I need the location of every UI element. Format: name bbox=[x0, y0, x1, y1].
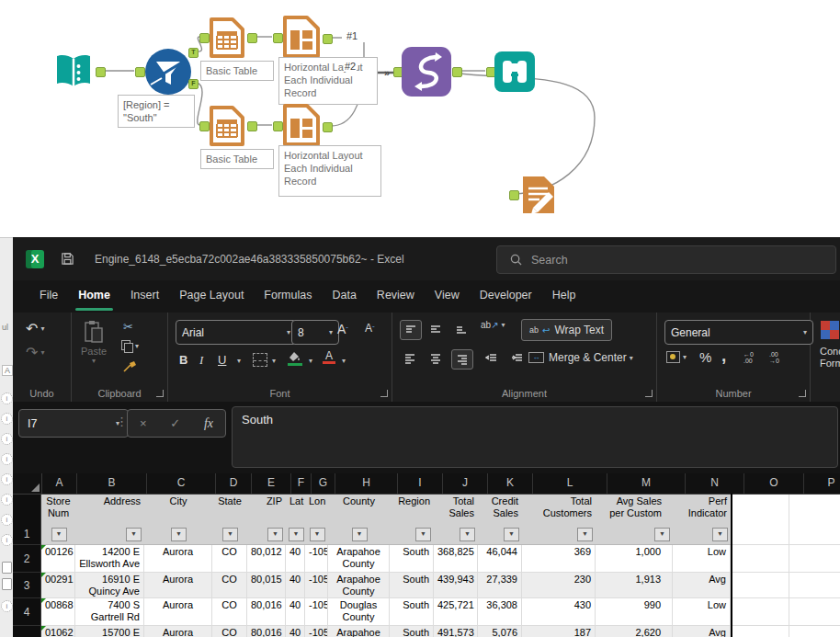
cell[interactable]: Arapahoe bbox=[328, 626, 390, 637]
column-header[interactable]: L bbox=[533, 473, 607, 494]
cell[interactable]: 14200 E Ellsworth Ave bbox=[75, 545, 144, 573]
cell[interactable]: 230 bbox=[522, 573, 596, 598]
cell[interactable]: 368,825 bbox=[434, 545, 478, 573]
cell[interactable]: 491,573 bbox=[434, 626, 478, 637]
cell[interactable]: 40 bbox=[286, 545, 305, 573]
output-anchor[interactable] bbox=[452, 67, 462, 77]
align-left-button[interactable] bbox=[400, 349, 420, 368]
format-painter-button[interactable] bbox=[123, 360, 137, 373]
wrap-text-button[interactable]: ab ↩ Wrap Text bbox=[521, 319, 612, 341]
filter-button[interactable]: ▼ bbox=[51, 528, 67, 541]
cell[interactable]: 2,620 bbox=[596, 626, 673, 637]
enter-button[interactable]: ✓ bbox=[170, 416, 180, 430]
increase-indent-button[interactable] bbox=[506, 349, 527, 368]
cell[interactable]: CO bbox=[212, 573, 247, 598]
column-header[interactable]: C bbox=[147, 473, 216, 494]
column-header[interactable]: B bbox=[77, 473, 147, 494]
cell[interactable] bbox=[731, 573, 789, 598]
column-header[interactable]: J bbox=[443, 473, 488, 494]
cell[interactable]: 80,016 bbox=[247, 598, 286, 626]
cut-button[interactable]: ✂ bbox=[123, 320, 133, 334]
cell[interactable]: Low bbox=[673, 598, 731, 626]
header-cell[interactable]: Total Sales▼ bbox=[434, 495, 478, 545]
align-right-button[interactable] bbox=[451, 349, 473, 370]
true-anchor[interactable]: T bbox=[188, 48, 199, 58]
cell[interactable]: Douglas County bbox=[328, 598, 390, 626]
copy-button[interactable]: ▾ bbox=[121, 340, 139, 352]
row-header[interactable]: 3 bbox=[13, 573, 41, 598]
cell[interactable]: 80,015 bbox=[247, 573, 286, 598]
column-header[interactable]: M bbox=[607, 473, 686, 494]
column-header[interactable]: A bbox=[42, 473, 77, 494]
output-anchor[interactable] bbox=[96, 67, 106, 77]
layout-tool-2[interactable] bbox=[281, 103, 322, 151]
cell[interactable]: 5,076 bbox=[478, 626, 522, 637]
row-header[interactable]: 1 bbox=[13, 495, 41, 545]
cell[interactable]: South bbox=[390, 545, 434, 573]
cell[interactable]: 16910 E Quincy Ave bbox=[75, 573, 144, 598]
column-header[interactable]: D bbox=[216, 473, 252, 494]
cell[interactable]: Aurora bbox=[144, 545, 212, 573]
dialog-launcher[interactable] bbox=[156, 390, 164, 397]
tab-insert[interactable]: Insert bbox=[120, 280, 169, 313]
cell[interactable]: Aurora bbox=[144, 626, 212, 637]
header-cell[interactable]: Total Customers▼ bbox=[522, 495, 596, 545]
search-box[interactable]: Search bbox=[496, 245, 836, 274]
false-anchor[interactable]: F bbox=[188, 79, 199, 89]
filter-button[interactable]: ▼ bbox=[712, 528, 728, 541]
header-cell[interactable]: County▼ bbox=[328, 495, 390, 545]
insert-function-button[interactable]: fx bbox=[204, 416, 213, 431]
cell[interactable]: 00868 bbox=[41, 598, 75, 626]
cell[interactable]: 80,016 bbox=[247, 626, 286, 637]
cell[interactable]: 15700 E bbox=[75, 626, 144, 637]
filter-button[interactable]: ▼ bbox=[415, 528, 431, 541]
layout-tool-1[interactable] bbox=[281, 15, 322, 63]
cell[interactable]: 40 bbox=[286, 598, 305, 626]
save-icon[interactable] bbox=[61, 252, 74, 266]
font-size-combo[interactable]: 8▾ bbox=[291, 320, 339, 345]
italic-button[interactable]: I bbox=[199, 353, 203, 368]
paste-button[interactable]: Paste ▾ bbox=[81, 320, 107, 365]
cell[interactable]: CO bbox=[212, 626, 247, 637]
row-header[interactable]: 4 bbox=[13, 598, 41, 626]
font-color-dropdown[interactable]: ▾ bbox=[342, 357, 346, 365]
middle-align-button[interactable] bbox=[426, 320, 446, 338]
cell[interactable]: 1,000 bbox=[596, 545, 673, 573]
cell[interactable]: Arapahoe County bbox=[328, 545, 390, 573]
header-cell[interactable]: Store Num▼ bbox=[41, 495, 75, 545]
output-anchor[interactable] bbox=[323, 34, 333, 44]
cell[interactable]: 990 bbox=[596, 598, 673, 626]
filter-button[interactable]: ▼ bbox=[352, 528, 368, 541]
tab-page-layout[interactable]: Page Layout bbox=[169, 280, 254, 313]
tab-help[interactable]: Help bbox=[542, 280, 586, 313]
cell[interactable]: 7400 S Gartrell Rd bbox=[75, 598, 144, 626]
cell[interactable]: 369 bbox=[522, 545, 596, 573]
filter-button[interactable]: ▼ bbox=[222, 528, 238, 541]
header-cell[interactable]: Lat▼ bbox=[286, 495, 305, 545]
row-header[interactable] bbox=[13, 626, 41, 637]
cell[interactable]: South bbox=[390, 626, 434, 637]
input-anchor[interactable] bbox=[135, 67, 145, 77]
font-color-button[interactable]: A bbox=[323, 350, 335, 364]
bold-button[interactable]: B bbox=[179, 353, 187, 367]
browse-tool[interactable] bbox=[494, 51, 535, 96]
dialog-launcher[interactable] bbox=[799, 390, 806, 397]
dialog-launcher[interactable] bbox=[380, 390, 388, 397]
decrease-decimal-button[interactable]: .00→0 bbox=[769, 351, 779, 364]
grow-font-button[interactable]: Aˆ bbox=[337, 322, 348, 336]
filter-button[interactable]: ▼ bbox=[310, 528, 325, 541]
filter-button[interactable]: ▼ bbox=[577, 528, 593, 541]
column-header[interactable]: I bbox=[398, 473, 443, 494]
tab-developer[interactable]: Developer bbox=[470, 280, 542, 313]
header-cell[interactable] bbox=[789, 495, 840, 545]
cell[interactable]: Avg bbox=[673, 626, 731, 637]
bottom-align-button[interactable] bbox=[451, 320, 471, 338]
header-cell[interactable] bbox=[731, 495, 789, 545]
header-cell[interactable]: City▼ bbox=[144, 495, 212, 545]
cell[interactable] bbox=[789, 598, 840, 626]
redo-button[interactable]: ↷▾ bbox=[26, 344, 44, 361]
borders-dropdown[interactable]: ▾ bbox=[272, 357, 276, 365]
filter-button[interactable]: ▼ bbox=[126, 528, 142, 541]
column-header[interactable]: P bbox=[804, 473, 840, 494]
row-header[interactable]: 2 bbox=[13, 545, 41, 573]
